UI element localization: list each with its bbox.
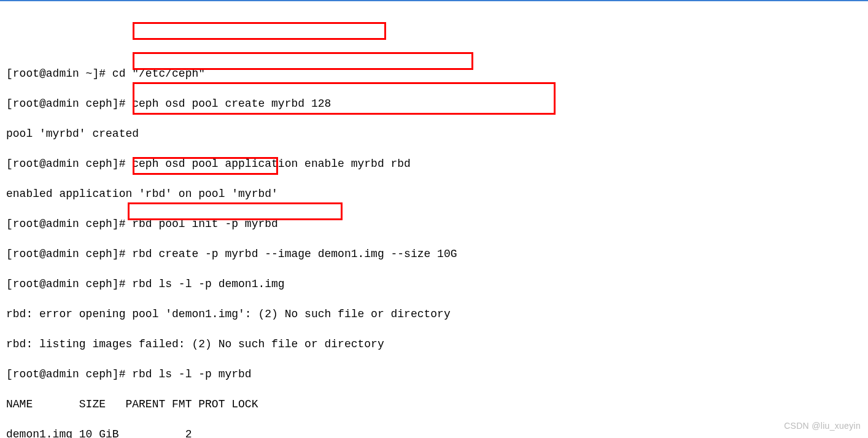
terminal-line: [root@admin ceph]# ceph osd pool create … — [6, 96, 862, 112]
prompt: [root@admin ceph]# — [6, 158, 132, 170]
highlight-box — [133, 22, 386, 40]
prompt: [root@admin ceph]# — [6, 368, 132, 380]
command-text: rbd ls -l -p myrbd — [132, 368, 251, 380]
prompt: [root@admin ceph]# — [6, 218, 132, 230]
command-text: rbd pool init -p myrbd — [132, 218, 278, 230]
prompt: [root@admin ceph]# — [6, 248, 132, 260]
prompt: [root@admin ceph]# — [6, 278, 132, 290]
command-text: ceph osd pool application enable myrbd r… — [132, 158, 411, 170]
command-text: cd "/etc/ceph" — [112, 67, 205, 80]
command-text: ceph osd pool create myrbd 128 — [132, 98, 331, 110]
prompt: [root@admin ceph]# — [6, 98, 132, 110]
terminal-line: [root@admin ceph]# rbd ls -l -p demon1.i… — [6, 277, 862, 292]
table-header: NAME SIZE PARENT FMT PROT LOCK — [6, 397, 862, 412]
terminal-output: enabled application 'rbd' on pool 'myrbd… — [6, 186, 862, 202]
terminal-output: rbd: listing images failed: (2) No such … — [6, 337, 862, 352]
prompt: [root@admin ~]# — [6, 67, 112, 80]
terminal-line: [root@admin ceph]# rbd create -p myrbd -… — [6, 247, 862, 262]
terminal-line: [root@admin ceph]# ceph osd pool applica… — [6, 156, 862, 172]
terminal-output: rbd: error opening pool 'demon1.img': (2… — [6, 307, 862, 322]
terminal-line: [root@admin ceph]# rbd ls -l -p myrbd — [6, 367, 862, 382]
terminal-output: pool 'myrbd' created — [6, 126, 862, 142]
command-text: rbd create -p myrbd --image demon1.img -… — [132, 248, 457, 260]
terminal-line: [root@admin ~]# cd "/etc/ceph" — [6, 66, 862, 82]
terminal-line: [root@admin ceph]# rbd pool init -p myrb… — [6, 217, 862, 232]
watermark-text: CSDN @liu_xueyin — [784, 418, 861, 434]
command-text: rbd ls -l -p demon1.img — [132, 278, 284, 290]
table-row: demon1.img 10 GiB 2 — [6, 427, 862, 438]
